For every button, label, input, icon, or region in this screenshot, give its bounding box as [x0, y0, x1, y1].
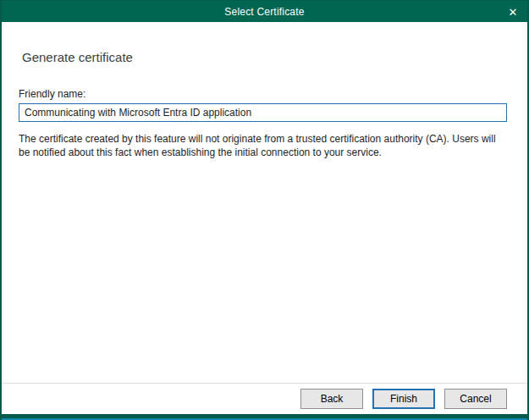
friendly-name-label: Friendly name:: [19, 88, 507, 100]
titlebar: Select Certificate ✕: [2, 0, 527, 22]
dialog-body: Generate certificate Friendly name: The …: [2, 22, 527, 383]
finish-button[interactable]: Finish: [372, 389, 435, 409]
window-title: Select Certificate: [224, 6, 304, 18]
page-title: Generate certificate: [22, 50, 507, 64]
footer: Back Finish Cancel: [2, 384, 527, 414]
cancel-button[interactable]: Cancel: [444, 389, 507, 409]
friendly-name-input[interactable]: [19, 103, 507, 122]
select-certificate-dialog: Select Certificate ✕ Generate certificat…: [0, 0, 529, 420]
back-button[interactable]: Back: [300, 389, 363, 409]
certificate-warning-text: The certificate created by this feature …: [19, 133, 507, 160]
close-icon[interactable]: ✕: [499, 1, 527, 23]
friendly-name-field: Friendly name:: [19, 88, 507, 122]
